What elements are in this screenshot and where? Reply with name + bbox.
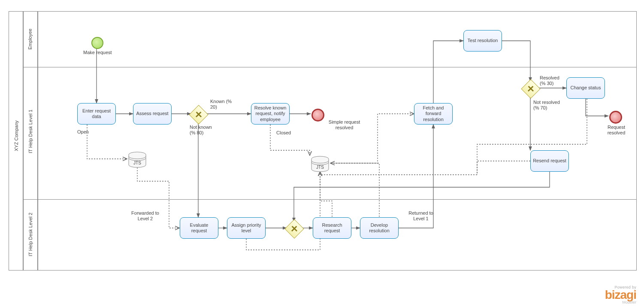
task-resend-request: Resend request: [530, 150, 569, 172]
task-label: Resolve known request, notify employee: [253, 105, 288, 122]
start-event: [91, 37, 103, 49]
task-label: Enter request data: [79, 108, 114, 119]
lane-label-level1: IT Help Desk Level 1: [28, 108, 33, 155]
task-label: Develop resolution: [362, 222, 397, 234]
flow-label-open: Open: [77, 129, 89, 134]
datastore-jts-2: JTS: [311, 155, 330, 173]
task-fetch-forward: Fetch and forward resolution: [414, 103, 453, 125]
datastore-jts-1: JTS: [128, 151, 147, 168]
end-event-simple-label: Simple request resolved: [326, 119, 363, 131]
flow-label-forwarded: Forwarded to Level 2: [129, 210, 161, 222]
task-label: Assign priority level: [229, 222, 264, 234]
flow-label-closed: Closed: [276, 130, 291, 135]
task-label: Assess request: [136, 111, 168, 116]
bpmn-canvas: XYZ Company Employee IT Help Desk Level …: [0, 0, 644, 307]
flow-label-returned: Returned to Level 1: [406, 210, 436, 222]
task-label: Fetch and forward resolution: [416, 105, 451, 122]
lane-label-level2: IT Help Desk Level 2: [28, 211, 33, 258]
lane-divider-2: [23, 199, 637, 200]
end-event-simple: [311, 109, 324, 122]
task-resolve-known: Resolve known request, notify employee: [251, 103, 290, 125]
lane-divider-1: [23, 67, 637, 67]
task-assess-request: Assess request: [133, 103, 172, 125]
gateway-label-notresolved: Not resolved (% 70): [533, 100, 565, 111]
task-label: Resend request: [533, 158, 566, 164]
task-label: Test resolution: [468, 38, 498, 43]
datastore-label: JTS: [128, 161, 147, 165]
task-assign-priority: Assign priority level: [227, 217, 266, 239]
gateway-label-notknown: Not known (% 80): [190, 125, 218, 136]
task-research-request: Research request: [313, 217, 351, 239]
end-event-resolved-label: Request resolved: [605, 125, 628, 136]
task-change-status: Change status: [566, 77, 605, 99]
pool-title: XYZ Company: [14, 125, 19, 151]
gateway-label-known: Known (% 20): [210, 99, 234, 110]
gateway-label-resolved: Resolved (% 30): [540, 75, 565, 86]
task-test-resolution: Test resolution: [463, 30, 502, 52]
task-label: Evaluate request: [181, 222, 217, 234]
task-label: Change status: [571, 85, 601, 91]
datastore-label: JTS: [311, 165, 330, 170]
branding-logo: Powered by bizagi Modeler: [605, 285, 636, 304]
start-event-label: Make request: [83, 50, 112, 55]
task-enter-request: Enter request data: [77, 103, 116, 125]
branding-name: bizagi: [605, 289, 636, 300]
lane-label-employee: Employee: [27, 26, 33, 52]
task-develop-resolution: Develop resolution: [360, 217, 399, 239]
end-event-resolved: [609, 111, 622, 124]
task-evaluate-request: Evaluate request: [180, 217, 218, 239]
task-label: Research request: [314, 222, 350, 234]
